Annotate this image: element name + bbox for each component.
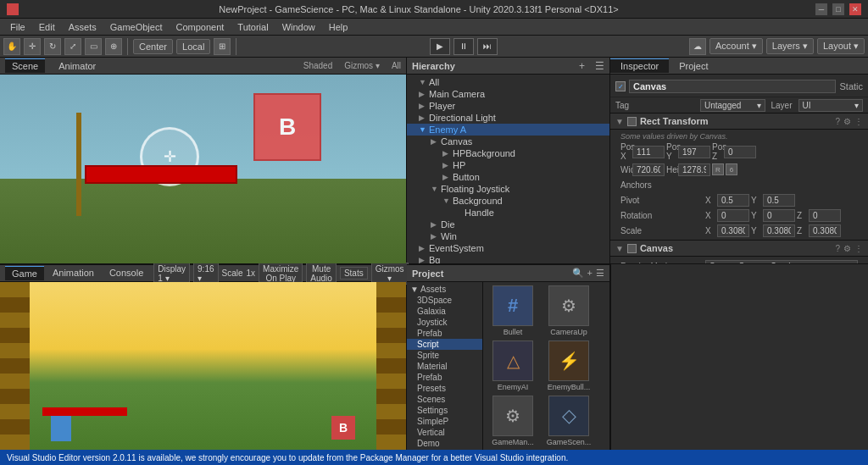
rx-field[interactable]: [717, 209, 749, 222]
pause-button[interactable]: ⏸: [453, 38, 474, 55]
posy-field[interactable]: [678, 146, 710, 158]
hierarchy-item-button[interactable]: ▶ Button: [407, 171, 609, 183]
rz-field[interactable]: [809, 209, 841, 222]
aspect-dropdown[interactable]: 9:16 ▾: [193, 263, 218, 285]
pt-sprite[interactable]: Sprite: [407, 350, 482, 361]
hierarchy-item-enemya[interactable]: ▼ Enemy A: [407, 124, 609, 136]
tab-scene[interactable]: Scene: [5, 58, 45, 73]
tab-project-insp[interactable]: Project: [669, 59, 718, 73]
display-dropdown[interactable]: Display 1 ▾: [153, 263, 190, 285]
tab-game[interactable]: Game: [5, 266, 44, 280]
pt-prefab[interactable]: Prefab: [407, 328, 482, 339]
rotate-tool[interactable]: ↻: [44, 38, 61, 55]
minimize-button[interactable]: ─: [815, 3, 827, 15]
canvas-comp-info-icon[interactable]: ?: [835, 244, 840, 253]
hierarchy-content[interactable]: ▼ All ▶ Main Camera ▶ Player: [407, 75, 609, 263]
width-field[interactable]: [632, 163, 665, 176]
layers-button[interactable]: Layers ▾: [766, 38, 814, 54]
game-content[interactable]: B: [0, 282, 406, 450]
layout-button[interactable]: Layout ▾: [817, 38, 865, 54]
tag-dropdown[interactable]: Untagged ▾: [700, 99, 765, 112]
tab-inspector[interactable]: Inspector: [610, 58, 669, 73]
game-gizmos-button[interactable]: Gizmos ▾: [371, 263, 409, 285]
hierarchy-item-bg[interactable]: ▶ Bg: [407, 254, 609, 263]
hierarchy-item-canvas[interactable]: ▶ Canvas: [407, 136, 609, 147]
sz-field[interactable]: [809, 224, 841, 237]
hierarchy-item-maincamera[interactable]: ▶ Main Camera: [407, 88, 609, 100]
scene-gizmos[interactable]: Gizmos ▾: [344, 61, 380, 70]
center-label[interactable]: Center: [133, 39, 173, 54]
object-enabled-checkbox[interactable]: ✓: [615, 81, 626, 91]
height-field[interactable]: [678, 163, 710, 176]
hierarchy-item-win[interactable]: ▶ Win: [407, 230, 609, 242]
rect-transform-enable[interactable]: [627, 117, 637, 126]
project-add-icon[interactable]: +: [587, 268, 593, 279]
stats-button[interactable]: Stats: [340, 267, 368, 280]
posx-field[interactable]: [632, 146, 665, 158]
tab-animation[interactable]: Animation: [46, 266, 101, 280]
maximize-on-play-button[interactable]: Maximize On Play: [259, 263, 303, 285]
layer-dropdown[interactable]: UI ▾: [798, 99, 864, 112]
pt-joystick[interactable]: Joystick: [407, 317, 482, 328]
hierarchy-add-icon[interactable]: +: [579, 60, 585, 72]
static-label[interactable]: Static: [839, 81, 863, 91]
pt-vertical[interactable]: Vertical: [407, 427, 482, 438]
asset-gameman[interactable]: ⚙ GameMan...: [487, 396, 539, 447]
hierarchy-menu-icon[interactable]: ☰: [595, 60, 604, 72]
pt-script[interactable]: Script: [407, 339, 482, 350]
wh-lock-button[interactable]: R: [712, 163, 724, 175]
menu-gameobject[interactable]: GameObject: [103, 20, 170, 34]
rect-tool[interactable]: ▭: [85, 38, 102, 55]
hierarchy-item-eventsystem[interactable]: ▶ EventSystem: [407, 242, 609, 254]
rect-transform-settings-icon[interactable]: ⚙: [843, 117, 851, 126]
wh-link-button[interactable]: 6: [726, 163, 737, 175]
asset-gamescen[interactable]: ◇ GameScen...: [542, 396, 595, 447]
canvas-comp-menu-icon[interactable]: ⋮: [854, 244, 863, 253]
project-search-icon[interactable]: 🔍: [572, 268, 584, 279]
pt-material[interactable]: Material: [407, 361, 482, 372]
menu-assets[interactable]: Assets: [62, 20, 103, 34]
asset-enemyai[interactable]: △ EnemyAI: [487, 340, 539, 392]
sx-field[interactable]: [717, 224, 749, 237]
pt-scenes[interactable]: Scenes: [407, 394, 482, 405]
pt-presets[interactable]: Presets: [407, 383, 482, 394]
mute-audio-button[interactable]: Mute Audio: [306, 263, 337, 285]
menu-help[interactable]: Help: [322, 20, 355, 34]
object-name-field[interactable]: [629, 80, 836, 93]
hierarchy-item-hp[interactable]: ▶ HP: [407, 159, 609, 171]
rect-transform-info-icon[interactable]: ?: [835, 117, 840, 126]
pt-settings[interactable]: Settings: [407, 405, 482, 416]
step-button[interactable]: ⏭: [477, 38, 498, 55]
hierarchy-item-floatingjoystick[interactable]: ▼ Floating Joystick: [407, 183, 609, 195]
hand-tool[interactable]: ✋: [3, 38, 20, 55]
pivotx-field[interactable]: [717, 194, 749, 207]
hierarchy-item-handle[interactable]: Handle: [407, 207, 609, 219]
project-tree[interactable]: ▼ Assets 3DSpace Galaxia Joystick Prefab…: [407, 282, 483, 450]
scene-all[interactable]: All: [392, 61, 401, 70]
pt-3dspace[interactable]: 3DSpace: [407, 295, 482, 306]
menu-tutorial[interactable]: Tutorial: [231, 20, 275, 34]
scale-tool[interactable]: ⤢: [64, 38, 81, 55]
move-tool[interactable]: ✛: [24, 38, 41, 55]
account-button[interactable]: Account ▾: [709, 38, 763, 54]
asset-bullet[interactable]: # Bullet: [487, 285, 539, 337]
sy-field[interactable]: [763, 224, 795, 237]
shading-mode[interactable]: Shaded: [303, 61, 332, 70]
hierarchy-item-die[interactable]: ▶ Die: [407, 219, 609, 230]
hierarchy-item-background[interactable]: ▼ Background: [407, 195, 609, 207]
ry-field[interactable]: [763, 209, 795, 222]
pt-assets[interactable]: ▼ Assets: [407, 284, 482, 295]
menu-file[interactable]: File: [3, 20, 32, 34]
menu-component[interactable]: Component: [169, 20, 231, 34]
tab-console[interactable]: Console: [103, 266, 150, 280]
hierarchy-item-player[interactable]: ▶ Player: [407, 100, 609, 112]
close-button[interactable]: ✕: [849, 3, 861, 15]
local-label[interactable]: Local: [176, 39, 210, 54]
pt-simplep[interactable]: SimpleP: [407, 416, 482, 427]
pt-galaxia[interactable]: Galaxia: [407, 306, 482, 317]
menu-edit[interactable]: Edit: [32, 20, 62, 34]
collab-button[interactable]: ☁: [689, 38, 706, 55]
rect-transform-menu-icon[interactable]: ⋮: [854, 117, 863, 126]
hierarchy-item-dirlight[interactable]: ▶ Directional Light: [407, 112, 609, 124]
pivoty-field[interactable]: [763, 194, 795, 207]
